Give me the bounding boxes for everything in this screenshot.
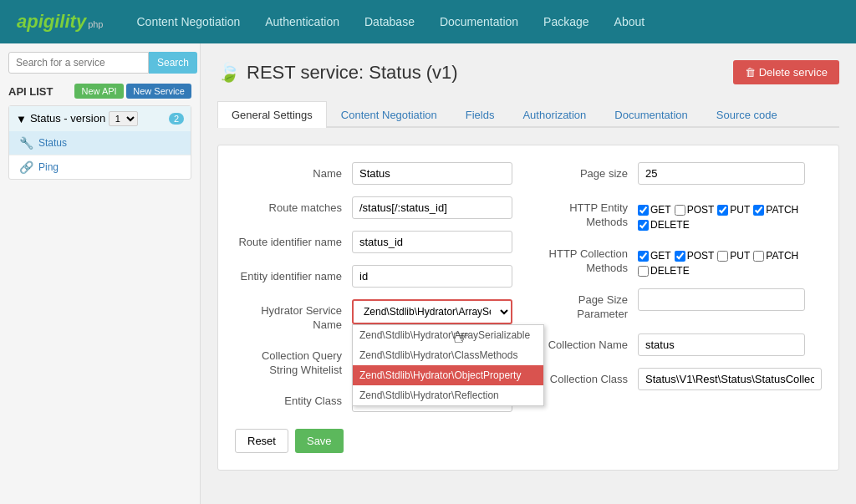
service-name-status: Status <box>38 137 67 149</box>
form-col-left: Name Route matches Route identifier name <box>235 162 512 453</box>
search-button[interactable]: Search <box>149 52 197 74</box>
tab-general-settings[interactable]: General Settings <box>217 101 327 128</box>
hydrator-dropdown: Zend\Stdlib\Hydrator\ArraySerializable Z… <box>352 324 544 406</box>
service-name-ping: Ping <box>38 161 59 173</box>
tab-source-code[interactable]: Source code <box>702 101 792 128</box>
collection-query-label: Collection Query String Whitelist <box>235 344 352 378</box>
entity-get-check[interactable]: GET <box>638 204 671 216</box>
collection-delete-check[interactable]: DELETE <box>638 265 690 277</box>
nav-content-negotiation[interactable]: Content Negotiation <box>136 15 240 28</box>
new-service-button[interactable]: New Service <box>126 84 191 99</box>
content-area: 🍃 REST service: Status (v1) 🗑 Delete ser… <box>201 43 856 504</box>
http-entity-row: HTTP Entity Methods GET POST PUT PATCH D… <box>529 196 822 231</box>
service-item-ping[interactable]: 🔗 Ping <box>9 155 191 179</box>
entity-patch-check[interactable]: PATCH <box>753 204 798 216</box>
entity-id-row: Entity identifier name <box>235 265 512 288</box>
route-matches-row: Route matches <box>235 196 512 219</box>
name-input[interactable] <box>352 162 512 185</box>
collection-class-row: Collection Class <box>529 368 822 390</box>
route-id-row: Route identifier name <box>235 231 512 253</box>
route-matches-input[interactable] <box>352 196 512 219</box>
collection-put-check[interactable]: PUT <box>717 250 750 262</box>
collection-name-input[interactable] <box>638 333 805 356</box>
sidebar: Search API LIST New API New Service ▼ St… <box>0 43 201 504</box>
version-select[interactable]: 1 <box>109 111 138 126</box>
trash-icon: 🗑 <box>745 66 756 79</box>
hydrator-label: Hydrator Service Name <box>235 299 352 333</box>
nav-package[interactable]: Package <box>543 15 588 28</box>
route-matches-label: Route matches <box>235 196 352 214</box>
service-item-status[interactable]: 🔧 Status <box>9 131 191 155</box>
top-nav: apigility php Content Negotiation Authen… <box>0 0 856 43</box>
name-row: Name <box>235 162 512 185</box>
api-group-header[interactable]: ▼ Status - version 1 2 <box>9 106 191 131</box>
tab-authorization[interactable]: Authorization <box>508 101 600 128</box>
leaf-icon: 🍃 <box>217 62 240 84</box>
api-group-title: Status - version 1 <box>30 111 138 126</box>
collection-class-label: Collection Class <box>529 368 638 385</box>
collection-post-check[interactable]: POST <box>675 250 715 262</box>
entity-delete-check[interactable]: DELETE <box>638 219 690 231</box>
hydrator-wrapper: Zend\Stdlib\Hydrator\ArraySerializabl Ze… <box>352 299 512 324</box>
search-box: Search <box>8 52 191 74</box>
page-size-label: Page size <box>529 162 638 180</box>
search-input[interactable] <box>8 52 149 74</box>
nav-documentation[interactable]: Documentation <box>440 15 518 28</box>
nav-authentication[interactable]: Authentication <box>265 15 339 28</box>
entity-id-label: Entity identifier name <box>235 265 352 284</box>
entity-put-check[interactable]: PUT <box>717 204 750 216</box>
entity-checkbox-group: GET POST PUT PATCH DELETE <box>638 201 822 231</box>
collection-patch-check[interactable]: PATCH <box>753 250 798 262</box>
delete-service-button[interactable]: 🗑 Delete service <box>733 60 839 84</box>
page-title-text: REST service: Status (v1) <box>247 62 458 84</box>
page-size-input[interactable] <box>638 162 805 185</box>
hydrator-option-objectproperty[interactable]: Zend\Stdlib\Hydrator\ObjectProperty <box>353 365 543 385</box>
save-button[interactable]: Save <box>295 429 344 453</box>
wrench-icon: 🔧 <box>19 136 33 150</box>
http-collection-checks: GET POST PUT PATCH DELETE <box>638 242 822 277</box>
api-list-header: API LIST New API New Service <box>8 84 191 99</box>
page-header: 🍃 REST service: Status (v1) 🗑 Delete ser… <box>217 60 839 84</box>
collection-name-row: Collection Name <box>529 333 822 356</box>
hydrator-option-array[interactable]: Zend\Stdlib\Hydrator\ArraySerializable <box>353 325 543 345</box>
link-icon: 🔗 <box>19 160 33 174</box>
tab-content-negotiation[interactable]: Content Negotiation <box>327 101 451 128</box>
name-label: Name <box>235 162 352 180</box>
collection-name-label: Collection Name <box>529 333 638 351</box>
main-layout: Search API LIST New API New Service ▼ St… <box>0 43 856 504</box>
form-panel: Name Route matches Route identifier name <box>217 145 839 471</box>
hydrator-select[interactable]: Zend\Stdlib\Hydrator\ArraySerializabl <box>352 299 512 324</box>
tab-fields[interactable]: Fields <box>451 101 509 128</box>
hydrator-option-classmethods[interactable]: Zend\Stdlib\Hydrator\ClassMethods <box>353 345 543 365</box>
hydrator-option-reflection[interactable]: Zend\Stdlib\Hydrator\Reflection <box>353 385 543 405</box>
chevron-down-icon: ▼ <box>16 113 27 125</box>
page-size-param-input[interactable] <box>638 288 805 311</box>
api-list-title: API LIST <box>8 85 53 98</box>
http-collection-row: HTTP Collection Methods GET POST PUT PAT… <box>529 242 822 277</box>
route-id-input[interactable] <box>352 231 512 253</box>
http-entity-label: HTTP Entity Methods <box>529 196 638 230</box>
page-size-param-label: Page Size Parameter <box>529 288 638 322</box>
nav-links: Content Negotiation Authentication Datab… <box>136 15 645 28</box>
collection-get-check[interactable]: GET <box>638 250 671 262</box>
form-cols: Name Route matches Route identifier name <box>235 162 822 453</box>
logo-text: apigility <box>17 11 86 33</box>
hydrator-row: Hydrator Service Name Zend\Stdlib\Hydrat… <box>235 299 512 333</box>
http-entity-checks: GET POST PUT PATCH DELETE <box>638 196 822 231</box>
http-collection-label: HTTP Collection Methods <box>529 242 638 276</box>
api-group: ▼ Status - version 1 2 🔧 Status 🔗 Ping <box>8 105 191 180</box>
page-size-row: Page size <box>529 162 822 185</box>
collection-class-input[interactable] <box>638 368 822 390</box>
nav-about[interactable]: About <box>614 15 645 28</box>
nav-database[interactable]: Database <box>364 15 415 28</box>
reset-button[interactable]: Reset <box>235 429 288 453</box>
entity-post-check[interactable]: POST <box>675 204 715 216</box>
delete-btn-label: Delete service <box>759 66 828 79</box>
entity-class-label: Entity Class <box>235 389 352 407</box>
tab-documentation[interactable]: Documentation <box>600 101 701 128</box>
collection-checkbox-group: GET POST PUT PATCH DELETE <box>638 247 822 277</box>
tabs: General Settings Content Negotiation Fie… <box>217 101 839 128</box>
new-api-button[interactable]: New API <box>74 84 123 99</box>
entity-id-input[interactable] <box>352 265 512 288</box>
logo-php: php <box>88 19 103 29</box>
